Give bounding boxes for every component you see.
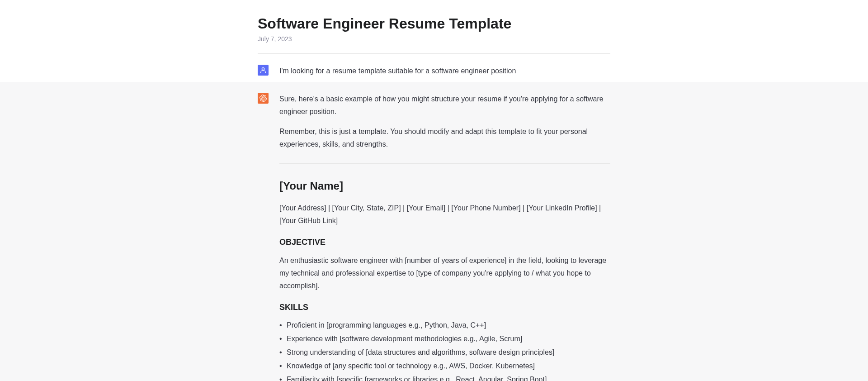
skill-item: Experience with [software development me… xyxy=(279,333,610,345)
resume-objective-heading: OBJECTIVE xyxy=(279,235,610,250)
content-divider xyxy=(279,163,610,164)
page-header: Software Engineer Resume Template July 7… xyxy=(258,0,610,54)
resume-skills-heading: SKILLS xyxy=(279,300,610,315)
skill-item: Familiarity with [specific frameworks or… xyxy=(279,373,610,381)
openai-icon xyxy=(259,95,267,102)
page-title: Software Engineer Resume Template xyxy=(258,14,610,33)
page-date: July 7, 2023 xyxy=(258,35,610,43)
resume-contact-line: [Your Address] | [Your City, State, ZIP]… xyxy=(279,202,610,227)
user-message-text: I'm looking for a resume template suitab… xyxy=(279,65,610,77)
assistant-avatar xyxy=(258,93,269,104)
assistant-intro-2: Remember, this is just a template. You s… xyxy=(279,125,610,151)
skill-item: Proficient in [programming languages e.g… xyxy=(279,319,610,332)
assistant-message-content: Sure, here's a basic example of how you … xyxy=(279,93,610,381)
top-section: Software Engineer Resume Template July 7… xyxy=(0,0,868,82)
skill-item: Strong understanding of [data structures… xyxy=(279,346,610,359)
assistant-message-row: Sure, here's a basic example of how you … xyxy=(258,82,610,381)
resume-skills-list: Proficient in [programming languages e.g… xyxy=(279,319,610,381)
user-avatar xyxy=(258,65,269,76)
svg-point-0 xyxy=(262,68,264,70)
assistant-intro-1: Sure, here's a basic example of how you … xyxy=(279,93,610,118)
user-message-row: I'm looking for a resume template suitab… xyxy=(258,54,610,82)
user-icon xyxy=(259,67,267,74)
resume-name-heading: [Your Name] xyxy=(279,176,610,195)
user-message-content: I'm looking for a resume template suitab… xyxy=(279,65,610,77)
resume-objective-body: An enthusiastic software engineer with [… xyxy=(279,254,610,292)
bottom-section: Sure, here's a basic example of how you … xyxy=(0,82,868,381)
skill-item: Knowledge of [any specific tool or techn… xyxy=(279,360,610,372)
